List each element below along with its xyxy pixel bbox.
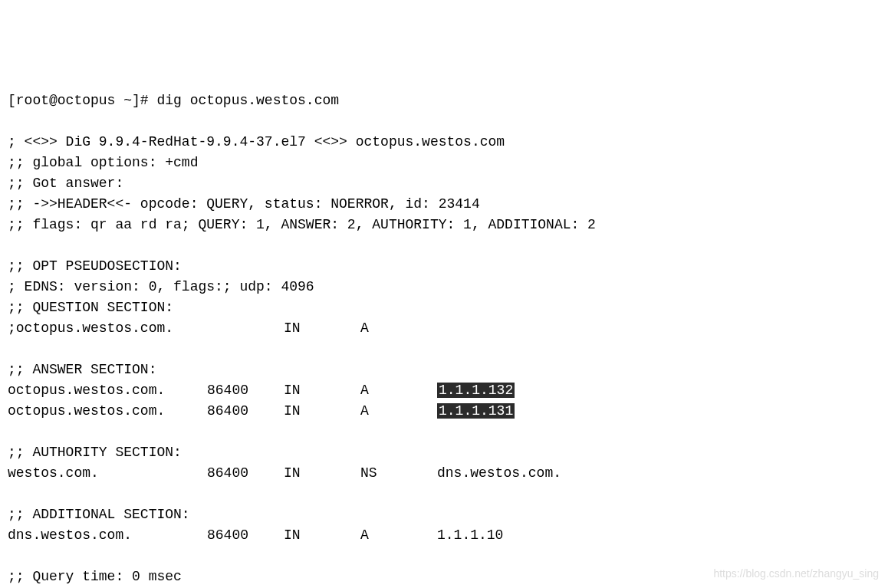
answer-row-ttl: 86400	[207, 401, 284, 422]
edns-line: ; EDNS: version: 0, flags:; udp: 4096	[8, 279, 314, 294]
additional-section-header: ;; ADDITIONAL SECTION:	[8, 507, 190, 522]
question-class: IN	[284, 318, 360, 339]
terminal-output: [root@octopus ~]# dig octopus.westos.com…	[8, 90, 880, 588]
additional-row-data: 1.1.1.10	[437, 527, 503, 543]
authority-row-class: IN	[284, 463, 360, 484]
got-answer: ;; Got answer:	[8, 176, 123, 191]
answer-row-name: octopus.westos.com.	[8, 380, 207, 401]
opt-pseudosection-header: ;; OPT PSEUDOSECTION:	[8, 258, 182, 274]
flags-line: ;; flags: qr aa rd ra; QUERY: 1, ANSWER:…	[8, 217, 596, 232]
global-options: ;; global options: +cmd	[8, 155, 198, 170]
authority-section-header: ;; AUTHORITY SECTION:	[8, 445, 182, 460]
additional-row-type: A	[360, 525, 437, 546]
answer-row-name: octopus.westos.com.	[8, 401, 207, 422]
query-time: ;; Query time: 0 msec	[8, 569, 182, 584]
question-type: A	[360, 320, 369, 336]
answer-row-data-highlighted: 1.1.1.132	[437, 383, 515, 398]
authority-row-ttl: 86400	[207, 463, 284, 484]
watermark-text: https://blog.csdn.net/zhangyu_sing	[713, 566, 879, 582]
answer-row-type: A	[360, 401, 437, 422]
authority-row-name: westos.com.	[8, 463, 207, 484]
authority-row-type: NS	[360, 463, 437, 484]
shell-prompt: [root@octopus ~]#	[8, 93, 156, 108]
dig-banner: ; <<>> DiG 9.9.4-RedHat-9.9.4-37.el7 <<>…	[8, 134, 505, 149]
answer-row-class: IN	[284, 401, 360, 422]
answer-section-header: ;; ANSWER SECTION:	[8, 362, 156, 377]
question-name: ;octopus.westos.com.	[8, 318, 284, 339]
header-line: ;; ->>HEADER<<- opcode: QUERY, status: N…	[8, 196, 480, 212]
authority-row-data: dns.westos.com.	[437, 465, 561, 481]
answer-row-class: IN	[284, 380, 360, 401]
question-section-header: ;; QUESTION SECTION:	[8, 300, 173, 315]
additional-row-class: IN	[284, 525, 360, 546]
answer-row-ttl: 86400	[207, 380, 284, 401]
additional-row-ttl: 86400	[207, 525, 284, 546]
answer-row-data-highlighted: 1.1.1.131	[437, 403, 515, 419]
additional-row-name: dns.westos.com.	[8, 525, 207, 546]
command-text: dig octopus.westos.com	[156, 93, 339, 108]
answer-row-type: A	[360, 380, 437, 401]
